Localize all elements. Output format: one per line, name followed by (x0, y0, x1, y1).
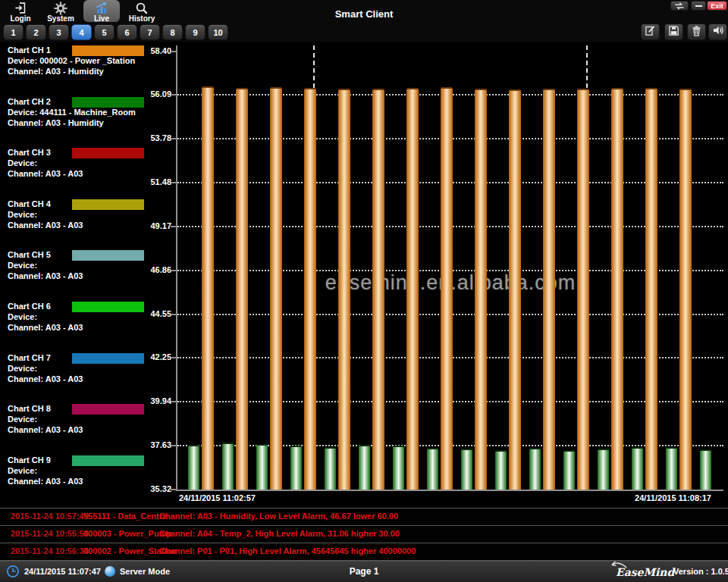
alarm-message: Channel: A04 - Temp_2, High Level Alarm,… (159, 529, 400, 538)
delete-button[interactable] (687, 23, 706, 40)
bar-power-station-humidity (543, 89, 555, 490)
alarm-message: Channel: A03 - Humidity, Low Level Alarm… (159, 512, 398, 521)
alarm-message: Channel: P01 - P01, High Level Alarm, 45… (159, 546, 416, 555)
bar-machine-room-humidity (427, 448, 438, 490)
page-tab-8[interactable]: 8 (162, 24, 183, 40)
save-icon (668, 25, 679, 39)
bar-power-station-humidity (372, 89, 384, 490)
alarm-time: 2015-11-24 10:56:34 (11, 546, 89, 555)
bar-machine-room-humidity (666, 447, 677, 490)
bar-power-station-humidity (679, 89, 692, 490)
x-axis-start-label: 24/11/2015 11:02:57 (179, 493, 256, 502)
bar-machine-room-humidity (290, 446, 302, 490)
y-axis-tick-mark (171, 445, 176, 446)
bar-power-station-humidity (509, 89, 521, 490)
y-axis-tick-label: 42.25 (114, 352, 171, 361)
minimize-button[interactable] (691, 1, 706, 11)
y-axis-tick-mark (171, 182, 176, 183)
alarm-list: 2015-11-24 10:57:49555111 - Data_CentreC… (0, 508, 728, 561)
exit-button[interactable]: Exit (707, 1, 727, 11)
alarm-row[interactable]: 2015-11-24 10:56:34000002 - Power_Statio… (0, 543, 728, 560)
bar-machine-room-humidity (529, 448, 541, 490)
status-bar: 24/11/2015 11:07:47 Server Mode Page 1 E… (0, 561, 728, 582)
y-axis-tick-mark (171, 357, 176, 358)
refresh-icon (673, 0, 686, 13)
page-tab-9[interactable]: 9 (185, 24, 206, 40)
bar-power-station-humidity (475, 89, 487, 490)
x-axis-end-label: 24/11/2015 11:08:17 (635, 493, 711, 502)
y-axis-tick-label: 44.55 (114, 309, 171, 318)
alarm-time: 2015-11-24 10:57:49 (11, 512, 89, 521)
plot-area: easemind.en.alibaba.com (176, 45, 723, 491)
sound-button[interactable] (708, 23, 727, 40)
page-tab-2[interactable]: 2 (26, 24, 46, 40)
y-axis-tick-mark (171, 489, 176, 490)
brand-swoosh-icon (611, 561, 628, 569)
edit-button[interactable] (641, 23, 660, 40)
y-axis-tick-label: 35.32 (114, 484, 171, 493)
bar-power-station-humidity (338, 89, 350, 490)
y-axis-tick-label: 56.09 (114, 89, 171, 99)
alarm-device: 555111 - Data_Centre (83, 512, 167, 521)
page-tab-1[interactable]: 1 (3, 24, 24, 40)
bar-machine-room-humidity (325, 447, 336, 490)
y-axis-tick-mark (171, 138, 176, 139)
live-chart: 58.4056.0953.7851.4849.1746.8644.5542.25… (0, 42, 728, 509)
page-tabs: 12345678910 (3, 24, 228, 40)
y-axis-tick-label: 37.63 (114, 440, 171, 449)
bar-power-station-humidity (441, 87, 453, 490)
edit-icon (645, 25, 656, 39)
y-axis-tick-mark (171, 94, 176, 95)
version-label: Version : 1.0.5 (673, 567, 728, 576)
bar-power-station-humidity (304, 88, 316, 490)
y-axis-tick-mark (171, 270, 176, 271)
minimize-icon (695, 5, 702, 7)
bar-power-station-humidity (270, 87, 282, 490)
page-tab-5[interactable]: 5 (94, 24, 115, 40)
y-axis-tick-mark (171, 51, 176, 52)
save-button[interactable] (664, 23, 683, 40)
y-axis-tick-mark (171, 314, 176, 315)
alarm-device: 000003 - Power_Pump (83, 529, 171, 538)
bar-power-station-humidity (645, 88, 657, 490)
bar-power-station-humidity (611, 88, 623, 490)
y-axis-tick-label: 58.40 (114, 46, 171, 55)
brand-logo: EaseMind (616, 566, 674, 578)
refresh-button[interactable] (670, 1, 689, 11)
bar-machine-room-humidity (700, 449, 711, 490)
y-axis-tick-label: 46.86 (114, 265, 171, 274)
y-axis-tick-mark (171, 226, 176, 227)
y-axis-tick-label: 51.48 (114, 177, 171, 186)
bar-machine-room-humidity (598, 449, 609, 490)
title-bar: LoginSystemLiveHistory Smart Client Exit… (0, 0, 728, 42)
bar-power-station-humidity (577, 89, 589, 490)
bar-machine-room-humidity (393, 446, 404, 490)
bar-machine-room-humidity (461, 449, 472, 490)
bar-machine-room-humidity (563, 450, 575, 490)
trash-icon (691, 25, 702, 39)
bar-power-station-humidity (236, 88, 248, 490)
bar-machine-room-humidity (495, 450, 507, 490)
speaker-icon (712, 24, 724, 39)
bar-machine-room-humidity (188, 445, 199, 490)
page-title: Smart Client (0, 8, 728, 20)
bar-machine-room-humidity (632, 447, 643, 490)
page-tab-6[interactable]: 6 (117, 24, 137, 40)
bar-power-station-humidity (406, 88, 419, 490)
y-axis-tick-label: 39.94 (114, 396, 171, 405)
y-axis-tick-label: 49.17 (114, 221, 171, 230)
bar-power-station-humidity (202, 86, 214, 490)
alarm-row[interactable]: 2015-11-24 10:57:49555111 - Data_CentreC… (0, 508, 728, 525)
alarm-row[interactable]: 2015-11-24 10:55:56000003 - Power_PumpCh… (0, 525, 728, 543)
smart-client-window: LoginSystemLiveHistory Smart Client Exit… (0, 0, 728, 582)
bar-machine-room-humidity (256, 444, 268, 490)
y-axis-tick-mark (171, 401, 176, 402)
alarm-time: 2015-11-24 10:55:56 (11, 529, 89, 538)
page-tab-7[interactable]: 7 (140, 24, 160, 40)
page-tab-10[interactable]: 10 (208, 24, 228, 40)
page-tab-4[interactable]: 4 (71, 24, 92, 40)
bar-machine-room-humidity (359, 445, 370, 490)
bar-machine-room-humidity (222, 443, 234, 490)
page-tab-3[interactable]: 3 (49, 24, 69, 40)
y-axis-tick-label: 53.78 (114, 133, 171, 142)
